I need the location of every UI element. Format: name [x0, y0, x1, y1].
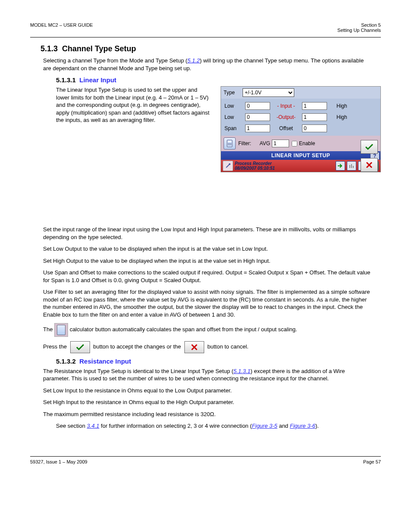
- offset-field[interactable]: [302, 124, 327, 132]
- subheading-num-1: 5.1.3.1: [56, 76, 76, 84]
- para-filter: Use Filter to set an averaging filter fo…: [43, 288, 372, 318]
- input-high-field[interactable]: [302, 102, 327, 110]
- input-range-row: Low - Input - High: [222, 100, 357, 112]
- res-para-4: The maximum permitted resistance includi…: [43, 411, 372, 418]
- input-mid-label: - Input -: [272, 103, 300, 109]
- cancel-button[interactable]: [361, 158, 378, 172]
- type-label: Type: [224, 90, 243, 96]
- status-timestamp: 08/09/2007 05:10:51: [235, 166, 275, 171]
- filter-enable-checkbox[interactable]: [292, 141, 297, 146]
- res-p5-before: See section: [56, 423, 87, 429]
- para-calc: The calculator button automatically calc…: [43, 323, 372, 337]
- accept-button[interactable]: [361, 140, 378, 154]
- section-num: 5.1.3: [40, 44, 58, 53]
- calculator-button[interactable]: [224, 137, 236, 149]
- header-right-2: Setting Up Channels: [337, 28, 381, 33]
- crossref-512[interactable]: 5.1.2: [187, 57, 200, 64]
- section-heading: 5.1.3 Channel Type Setup: [40, 44, 381, 53]
- checkmark-icon-inline: [70, 341, 90, 353]
- subheading-title-1: Linear Input: [79, 76, 116, 84]
- top-rule: [30, 37, 381, 37]
- type-row: Type +/-1.0V: [221, 87, 380, 99]
- res-para-1: The Resistance Input Type Setup is ident…: [43, 367, 372, 383]
- input-high-label: High: [336, 103, 355, 109]
- res-p1-before: The Resistance Input Type Setup is ident…: [43, 368, 234, 374]
- svg-rect-11: [353, 166, 354, 168]
- res-p5-mid: for further information on selecting 2, …: [99, 423, 252, 429]
- calc-after: calculator button automatically calculat…: [70, 326, 297, 333]
- svg-point-4: [230, 143, 231, 144]
- filter-enable-label: Enable: [299, 140, 315, 146]
- input-low-label: Low: [224, 103, 243, 109]
- section-title: Channel Type Setup: [62, 44, 136, 53]
- crossref-341[interactable]: 3.4.1: [87, 423, 100, 429]
- para-accept: Press the button to accept the changes o…: [43, 341, 372, 353]
- page-footer: 59327, Issue 1 – May 2009 Page 57: [30, 456, 381, 464]
- filter-row: Filter: AVG Enable: [221, 136, 380, 151]
- subheading-num-2: 5.1.3.2: [56, 358, 76, 365]
- para-input-range: Set the input range of the linear input …: [43, 226, 372, 241]
- footer-left: 59327, Issue 1 – May 2009: [30, 459, 87, 464]
- header-right-1: Section 5: [361, 22, 381, 28]
- output-high-label: High: [336, 114, 355, 120]
- output-mid-label: -Output-: [272, 114, 300, 120]
- svg-rect-9: [349, 165, 350, 168]
- calculator-icon-inline: [54, 323, 68, 337]
- res-p5-mid2: and: [277, 423, 290, 429]
- nav-icon[interactable]: [336, 161, 345, 171]
- svg-point-2: [228, 143, 229, 144]
- output-high-field[interactable]: [302, 113, 327, 121]
- svg-point-7: [230, 144, 231, 145]
- accept-tail: button to cancel.: [207, 343, 248, 350]
- span-label: Span: [224, 125, 243, 131]
- span-field[interactable]: [245, 124, 270, 132]
- x-icon-inline: [184, 341, 204, 353]
- type-select[interactable]: +/-1.0V: [243, 88, 294, 97]
- panel-title-text: LINEAR INPUT SETUP: [271, 152, 330, 159]
- crossref-5131[interactable]: 5.1.3.1: [234, 368, 251, 374]
- accept-before: Press the: [43, 343, 67, 350]
- header-left: MODEL MC2 – USER GUIDE: [30, 22, 93, 33]
- res-p5-after: ).: [315, 423, 319, 429]
- intro-before: Selecting a channel Type from the Mode a…: [43, 57, 187, 64]
- para-high-output: Set High Output to the value to be displ…: [43, 257, 372, 265]
- config-icon[interactable]: [223, 161, 233, 171]
- filter-avg-field[interactable]: [272, 140, 289, 147]
- page-top-header: MODEL MC2 – USER GUIDE Section 5 Setting…: [30, 22, 381, 33]
- offset-label: Offset: [272, 125, 300, 131]
- res-para-3: Set High Input to the resistance in Ohms…: [43, 398, 372, 406]
- subheading-title-2: Resistance Input: [79, 358, 131, 365]
- subheading-resistance: 5.1.3.2 Resistance Input: [56, 358, 381, 365]
- svg-point-5: [228, 144, 229, 145]
- svg-rect-10: [351, 164, 352, 168]
- panel-title-bar: LINEAR INPUT SETUP ?: [221, 151, 380, 160]
- status-bar: Process Recorder 08/09/2007 05:10:51: [221, 160, 380, 172]
- status-name: Process Recorder: [235, 161, 275, 166]
- crossref-fig36[interactable]: Figure 3-6: [290, 423, 315, 429]
- panel-body: Low - Input - High Low -Output- High Spa…: [221, 99, 380, 136]
- svg-point-8: [229, 163, 230, 165]
- para-low-output: Set Low Output to the value to be displa…: [43, 245, 372, 253]
- linear-input-setup-panel: Type +/-1.0V Low - Input - High Low: [221, 86, 381, 172]
- subheading-linear: 5.1.3.1 Linear Input: [56, 76, 381, 84]
- svg-rect-1: [228, 141, 231, 142]
- linear-intro-text: The Linear Input Type Setup is used to s…: [56, 86, 211, 124]
- svg-point-6: [229, 144, 230, 145]
- bars-icon[interactable]: [347, 161, 356, 171]
- res-para-2: Set Low Input to the resistance in Ohms …: [43, 387, 372, 395]
- res-para-5: See section 3.4.1 for further informatio…: [56, 422, 368, 430]
- span-offset-row: Span Offset: [222, 123, 357, 134]
- svg-point-3: [229, 143, 230, 144]
- footer-right: Page 57: [363, 459, 381, 464]
- crossref-fig35[interactable]: Figure 3-5: [252, 423, 277, 429]
- output-range-row: Low -Output- High: [222, 112, 357, 123]
- output-low-field[interactable]: [245, 113, 270, 121]
- output-low-label: Low: [224, 114, 243, 120]
- section-intro: Selecting a channel Type from the Mode a…: [43, 57, 372, 72]
- filter-label: Filter:: [238, 140, 257, 146]
- para-span-offset: Use Span and Offset to make corrections …: [43, 269, 372, 284]
- accept-after: button to accept the changes or the: [93, 343, 181, 350]
- input-low-field[interactable]: [245, 102, 270, 110]
- calc-before: The: [43, 326, 54, 333]
- filter-avg-label: AVG: [257, 140, 270, 146]
